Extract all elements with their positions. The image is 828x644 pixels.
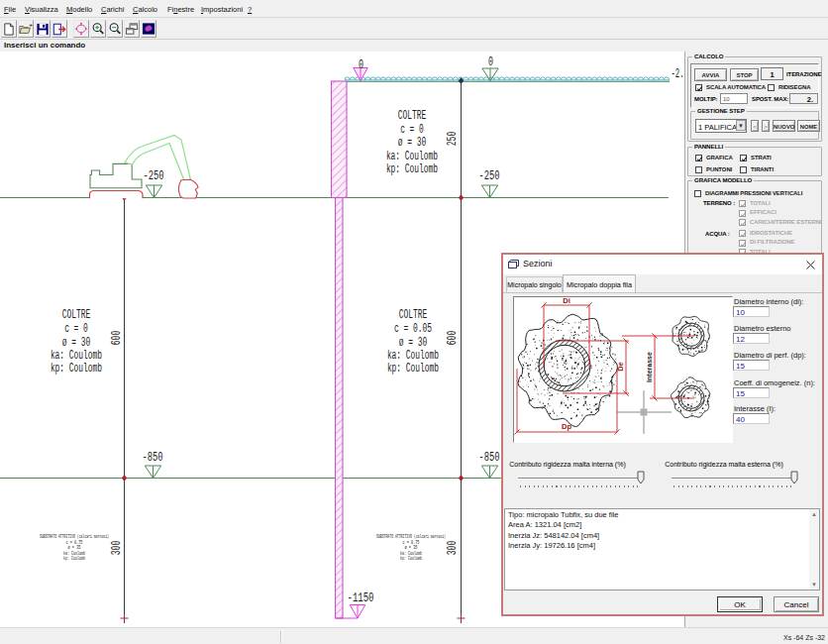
svg-text:COLTRE: COLTRE xyxy=(399,308,428,322)
svg-text:-250: -250 xyxy=(144,169,164,183)
svg-text:Interasse: Interasse xyxy=(646,352,653,382)
svg-text:ka: Coulomb: ka: Coulomb xyxy=(51,349,102,363)
svg-text:ø = 30: ø = 30 xyxy=(399,336,428,350)
svg-text:kp: Coulomb: kp: Coulomb xyxy=(63,556,85,562)
svg-text:-850: -850 xyxy=(143,451,163,465)
svg-text:600: 600 xyxy=(446,331,460,346)
svg-text:-250: -250 xyxy=(479,169,500,183)
svg-text:Di: Di xyxy=(563,296,570,305)
svg-text:kp: Coulomb: kp: Coulomb xyxy=(386,162,438,176)
svg-text:ø = 30: ø = 30 xyxy=(398,136,427,150)
svg-text:kp: Coulomb: kp: Coulomb xyxy=(400,556,422,562)
svg-text:-2.: -2. xyxy=(672,67,684,81)
svg-text:c = 0.05: c = 0.05 xyxy=(394,322,432,336)
svg-text:COLTRE: COLTRE xyxy=(398,109,427,123)
svg-text:ø = 30: ø = 30 xyxy=(62,336,91,350)
svg-text:0: 0 xyxy=(359,58,363,72)
svg-text:Dp: Dp xyxy=(562,422,571,431)
svg-text:250: 250 xyxy=(446,132,460,147)
svg-text:-850: -850 xyxy=(479,451,500,465)
svg-text:-1150: -1150 xyxy=(348,591,374,605)
svg-text:0: 0 xyxy=(488,55,493,69)
svg-text:kp: Coulomb: kp: Coulomb xyxy=(387,362,439,376)
svg-text:c = 0: c = 0 xyxy=(64,322,88,336)
svg-text:300: 300 xyxy=(110,541,124,556)
svg-text:300: 300 xyxy=(446,541,460,556)
svg-text:ka: Coulomb: ka: Coulomb xyxy=(386,150,438,163)
svg-text:ka: Coulomb: ka: Coulomb xyxy=(387,349,439,363)
svg-text:kp: Coulomb: kp: Coulomb xyxy=(51,362,102,376)
svg-text:c = 0: c = 0 xyxy=(400,123,424,137)
svg-text:600: 600 xyxy=(110,331,124,346)
svg-text:COLTRE: COLTRE xyxy=(62,308,91,322)
